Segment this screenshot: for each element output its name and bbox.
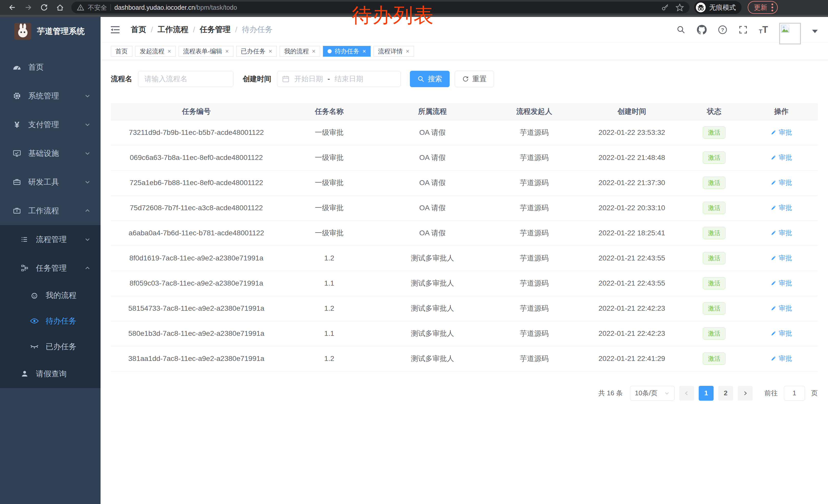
approve-button[interactable]: 审批	[771, 153, 792, 162]
next-page-button[interactable]	[738, 386, 753, 401]
date-range-picker[interactable]: 开始日期 - 结束日期	[277, 71, 401, 87]
close-icon[interactable]: ×	[312, 48, 316, 54]
sidebar-item-home[interactable]: 首页	[0, 53, 100, 82]
tab-process-detail[interactable]: 流程详情×	[373, 46, 414, 57]
tab-done-tasks[interactable]: 已办任务×	[236, 46, 277, 57]
tab-todo-tasks[interactable]: 待办任务×	[323, 46, 371, 57]
sidebar-item-done-tasks[interactable]: 已办任务	[0, 334, 100, 359]
browser-menu-kebab-icon[interactable]	[771, 3, 774, 12]
url-path: /bpm/task/todo	[195, 4, 237, 11]
approve-button[interactable]: 审批	[771, 228, 792, 237]
breadcrumb-home[interactable]: 首页	[131, 25, 146, 35]
approve-button[interactable]: 审批	[771, 329, 792, 338]
chevron-down-icon	[84, 179, 91, 185]
end-date-placeholder[interactable]: 结束日期	[334, 74, 363, 84]
cell-starter: 芋道源码	[488, 346, 580, 371]
tab-label: 流程详情	[378, 47, 403, 55]
page-size-select[interactable]: 10条/页	[630, 386, 675, 401]
logo-row[interactable]: 芋道管理系统	[0, 17, 100, 46]
avatar[interactable]	[779, 23, 801, 44]
chevron-up-icon	[84, 208, 91, 214]
sidebar-item-todo-tasks[interactable]: 待办任务	[0, 308, 100, 334]
sidebar-item-process-management[interactable]: 流程管理	[0, 225, 100, 254]
process-name-input[interactable]	[138, 71, 234, 87]
cell-starter: 芋道源码	[488, 120, 580, 145]
fullscreen-icon[interactable]	[739, 25, 748, 34]
close-icon[interactable]: ×	[268, 48, 272, 54]
page-button-1[interactable]: 1	[699, 386, 714, 401]
sidebar-item-workflow[interactable]: 工作流程	[0, 196, 100, 225]
avatar-caret-icon[interactable]	[812, 30, 818, 33]
goto-page-input[interactable]	[784, 386, 805, 401]
breadcrumb-task-management[interactable]: 任务管理	[200, 25, 231, 35]
status-badge: 激活	[703, 252, 726, 264]
tab-my-process[interactable]: 我的流程×	[280, 46, 320, 57]
pencil-icon	[771, 255, 777, 261]
close-icon[interactable]: ×	[167, 48, 171, 54]
password-key-icon[interactable]	[661, 4, 669, 11]
approve-button[interactable]: 审批	[771, 128, 792, 137]
search-icon[interactable]	[676, 25, 686, 34]
total-count: 共 16 条	[598, 388, 623, 398]
prev-page-button[interactable]	[679, 386, 694, 401]
briefcase-icon	[11, 207, 23, 215]
cell-starter: 芋道源码	[488, 321, 580, 346]
close-icon[interactable]: ×	[363, 48, 366, 54]
sidebar-item-system[interactable]: 系统管理	[0, 82, 100, 110]
tab-form-edit[interactable]: 流程表单-编辑×	[178, 46, 234, 57]
table-row: 381aa1dd-7ac8-11ec-a9e2-a2380e71991a 1.2…	[111, 346, 818, 371]
sidebar-toggle-icon[interactable]	[108, 24, 122, 36]
help-icon[interactable]: ?	[718, 25, 727, 34]
bookmark-star-icon[interactable]	[676, 3, 684, 11]
close-icon[interactable]: ×	[406, 48, 409, 54]
browser-forward-button[interactable]	[22, 1, 35, 14]
approve-button[interactable]: 审批	[771, 203, 792, 212]
update-label[interactable]: 更新	[754, 3, 767, 12]
browser-back-button[interactable]	[6, 1, 19, 14]
cell-actions: 审批	[745, 170, 818, 195]
approve-button[interactable]: 审批	[771, 254, 792, 263]
browser-home-button[interactable]	[53, 1, 67, 14]
status-badge: 激活	[703, 327, 726, 340]
sidebar-item-leave-query[interactable]: 请假查询	[0, 359, 100, 388]
sidebar-item-label: 流程管理	[36, 234, 67, 245]
security-label[interactable]: 不安全	[88, 3, 107, 12]
url-host: dashboard.yudao.iocoder.cn	[114, 4, 195, 11]
approve-button[interactable]: 审批	[771, 178, 792, 187]
cell-task-id: 069c6a63-7b8a-11ec-8ef0-acde48001122	[111, 145, 282, 170]
sidebar-item-label: 支付管理	[28, 120, 59, 130]
user-icon	[19, 370, 30, 378]
sidebar-item-task-management[interactable]: 任务管理	[0, 254, 100, 282]
search-button[interactable]: 搜索	[410, 71, 450, 87]
approve-button[interactable]: 审批	[771, 304, 792, 313]
url-text[interactable]: dashboard.yudao.iocoder.cn/bpm/task/todo	[114, 4, 237, 11]
approve-button[interactable]: 审批	[771, 279, 792, 288]
pencil-icon	[771, 154, 777, 161]
cell-task-name: 一级审批	[282, 195, 377, 221]
start-date-placeholder[interactable]: 开始日期	[294, 74, 323, 84]
browser-reload-button[interactable]	[37, 1, 51, 14]
sidebar-item-payment[interactable]: ¥ 支付管理	[0, 110, 100, 139]
cell-status: 激活	[683, 245, 745, 271]
tab-start-process[interactable]: 发起流程×	[135, 46, 176, 57]
cell-status: 激活	[683, 195, 745, 221]
page-button-2[interactable]: 2	[718, 386, 733, 401]
font-size-icon[interactable]: TT	[759, 25, 768, 34]
status-badge: 激活	[703, 126, 726, 139]
col-status: 状态	[683, 103, 745, 120]
sidebar-item-my-process[interactable]: 我的流程	[0, 282, 100, 308]
chevron-right-icon	[742, 390, 748, 397]
sidebar-item-infrastructure[interactable]: 基础设施	[0, 139, 100, 168]
sidebar-item-dev-tools[interactable]: 研发工具	[0, 168, 100, 196]
github-icon[interactable]	[697, 25, 707, 35]
close-icon[interactable]: ×	[225, 48, 229, 54]
reset-button[interactable]: 重置	[455, 71, 494, 87]
pencil-icon	[771, 230, 777, 236]
browser-update-button[interactable]: 更新	[748, 1, 778, 14]
breadcrumb-workflow[interactable]: 工作流程	[158, 25, 188, 35]
tab-home[interactable]: 首页	[111, 46, 132, 57]
list-icon	[19, 236, 30, 243]
approve-button[interactable]: 审批	[771, 354, 792, 363]
security-warning-icon[interactable]	[77, 4, 84, 11]
cell-starter: 芋道源码	[488, 245, 580, 271]
